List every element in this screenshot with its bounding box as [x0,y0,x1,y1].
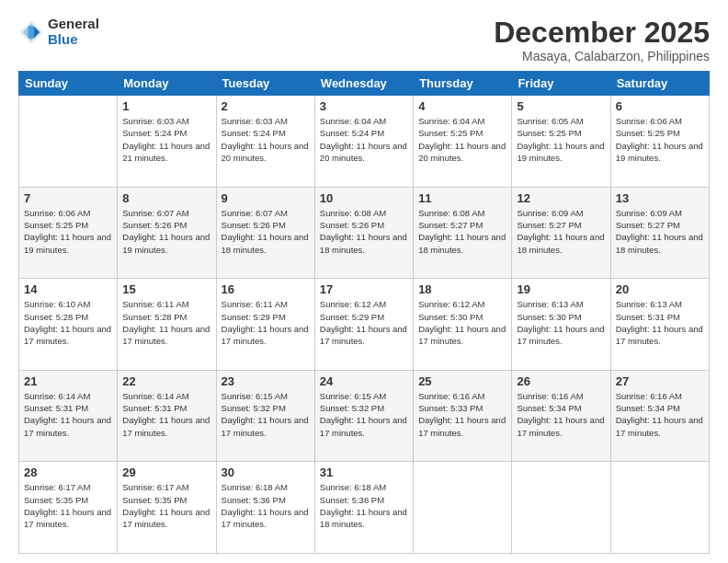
calendar-day-cell: 21Sunrise: 6:14 AM Sunset: 5:31 PM Dayli… [19,370,118,462]
day-number: 7 [24,191,112,205]
day-info: Sunrise: 6:08 AM Sunset: 5:26 PM Dayligh… [320,207,408,256]
calendar-day-cell: 29Sunrise: 6:17 AM Sunset: 5:35 PM Dayli… [118,462,216,554]
day-number: 12 [517,191,605,205]
day-number: 21 [24,374,112,388]
calendar-day-cell [512,462,610,554]
main-title: December 2025 [494,17,710,49]
day-number: 20 [616,282,704,296]
calendar-day-cell: 6Sunrise: 6:06 AM Sunset: 5:25 PM Daylig… [610,96,709,188]
day-info: Sunrise: 6:14 AM Sunset: 5:31 PM Dayligh… [24,390,112,439]
day-info: Sunrise: 6:16 AM Sunset: 5:34 PM Dayligh… [616,390,704,439]
day-info: Sunrise: 6:18 AM Sunset: 5:36 PM Dayligh… [222,481,310,530]
day-info: Sunrise: 6:06 AM Sunset: 5:25 PM Dayligh… [24,207,112,256]
day-info: Sunrise: 6:10 AM Sunset: 5:28 PM Dayligh… [24,298,112,347]
day-info: Sunrise: 6:03 AM Sunset: 5:24 PM Dayligh… [122,115,210,164]
day-info: Sunrise: 6:14 AM Sunset: 5:31 PM Dayligh… [122,390,210,439]
day-info: Sunrise: 6:15 AM Sunset: 5:32 PM Dayligh… [320,390,408,439]
calendar-day-cell: 31Sunrise: 6:18 AM Sunset: 5:36 PM Dayli… [314,462,413,554]
day-number: 5 [517,99,605,113]
day-number: 4 [418,99,506,113]
calendar-day-cell: 13Sunrise: 6:09 AM Sunset: 5:27 PM Dayli… [610,187,709,279]
day-number: 28 [24,465,112,479]
logo-general-label: General [48,17,99,32]
day-info: Sunrise: 6:07 AM Sunset: 5:26 PM Dayligh… [122,207,210,256]
day-info: Sunrise: 6:12 AM Sunset: 5:30 PM Dayligh… [418,298,506,347]
calendar-day-cell: 7Sunrise: 6:06 AM Sunset: 5:25 PM Daylig… [19,187,118,279]
day-number: 16 [222,282,310,296]
calendar-day-cell: 5Sunrise: 6:05 AM Sunset: 5:25 PM Daylig… [512,96,610,188]
day-info: Sunrise: 6:18 AM Sunset: 5:36 PM Dayligh… [320,481,408,530]
day-info: Sunrise: 6:09 AM Sunset: 5:27 PM Dayligh… [517,207,605,256]
header: General Blue December 2025 Masaya, Calab… [18,17,710,63]
calendar-header-cell: Tuesday [216,72,314,96]
calendar-header-cell: Friday [512,72,610,96]
calendar-day-cell: 22Sunrise: 6:14 AM Sunset: 5:31 PM Dayli… [118,370,216,462]
day-number: 13 [616,191,704,205]
logo-blue-label: Blue [48,32,99,48]
day-number: 9 [222,191,310,205]
day-info: Sunrise: 6:13 AM Sunset: 5:30 PM Dayligh… [517,298,605,347]
calendar-day-cell: 9Sunrise: 6:07 AM Sunset: 5:26 PM Daylig… [216,187,314,279]
day-info: Sunrise: 6:11 AM Sunset: 5:29 PM Dayligh… [222,298,310,347]
day-number: 27 [616,374,704,388]
day-number: 19 [517,282,605,296]
calendar-week-row: 21Sunrise: 6:14 AM Sunset: 5:31 PM Dayli… [19,370,710,462]
day-number: 1 [122,99,210,113]
day-info: Sunrise: 6:04 AM Sunset: 5:24 PM Dayligh… [320,115,408,164]
calendar-day-cell: 19Sunrise: 6:13 AM Sunset: 5:30 PM Dayli… [512,279,610,371]
logo: General Blue [18,17,99,47]
calendar-header-cell: Saturday [610,72,709,96]
title-block: December 2025 Masaya, Calabarzon, Philip… [494,17,710,63]
calendar-day-cell: 15Sunrise: 6:11 AM Sunset: 5:28 PM Dayli… [118,279,216,371]
calendar-day-cell [610,462,709,554]
calendar-day-cell: 16Sunrise: 6:11 AM Sunset: 5:29 PM Dayli… [216,279,314,371]
calendar-header-cell: Sunday [19,72,118,96]
calendar-week-row: 28Sunrise: 6:17 AM Sunset: 5:35 PM Dayli… [19,462,710,554]
day-number: 10 [320,191,408,205]
calendar-week-row: 14Sunrise: 6:10 AM Sunset: 5:28 PM Dayli… [19,279,710,371]
day-info: Sunrise: 6:04 AM Sunset: 5:25 PM Dayligh… [418,115,506,164]
calendar-day-cell: 12Sunrise: 6:09 AM Sunset: 5:27 PM Dayli… [512,187,610,279]
day-number: 6 [616,99,704,113]
calendar-day-cell: 17Sunrise: 6:12 AM Sunset: 5:29 PM Dayli… [314,279,413,371]
calendar-day-cell: 18Sunrise: 6:12 AM Sunset: 5:30 PM Dayli… [414,279,512,371]
calendar-day-cell: 23Sunrise: 6:15 AM Sunset: 5:32 PM Dayli… [216,370,314,462]
day-info: Sunrise: 6:13 AM Sunset: 5:31 PM Dayligh… [616,298,704,347]
calendar-day-cell: 30Sunrise: 6:18 AM Sunset: 5:36 PM Dayli… [216,462,314,554]
calendar-day-cell: 26Sunrise: 6:16 AM Sunset: 5:34 PM Dayli… [512,370,610,462]
day-number: 3 [320,99,408,113]
calendar-table: SundayMondayTuesdayWednesdayThursdayFrid… [18,71,710,554]
day-number: 15 [122,282,210,296]
calendar-day-cell: 10Sunrise: 6:08 AM Sunset: 5:26 PM Dayli… [314,187,413,279]
day-info: Sunrise: 6:17 AM Sunset: 5:35 PM Dayligh… [24,481,112,530]
calendar-day-cell: 27Sunrise: 6:16 AM Sunset: 5:34 PM Dayli… [610,370,709,462]
day-info: Sunrise: 6:12 AM Sunset: 5:29 PM Dayligh… [320,298,408,347]
day-info: Sunrise: 6:16 AM Sunset: 5:34 PM Dayligh… [517,390,605,439]
calendar-week-row: 7Sunrise: 6:06 AM Sunset: 5:25 PM Daylig… [19,187,710,279]
subtitle: Masaya, Calabarzon, Philippines [494,49,710,63]
calendar-day-cell: 4Sunrise: 6:04 AM Sunset: 5:25 PM Daylig… [414,96,512,188]
day-info: Sunrise: 6:06 AM Sunset: 5:25 PM Dayligh… [616,115,704,164]
day-info: Sunrise: 6:08 AM Sunset: 5:27 PM Dayligh… [418,207,506,256]
day-info: Sunrise: 6:16 AM Sunset: 5:33 PM Dayligh… [418,390,506,439]
calendar-day-cell: 24Sunrise: 6:15 AM Sunset: 5:32 PM Dayli… [314,370,413,462]
day-info: Sunrise: 6:09 AM Sunset: 5:27 PM Dayligh… [616,207,704,256]
svg-marker-3 [28,26,34,37]
day-number: 30 [222,465,310,479]
calendar-header-cell: Wednesday [314,72,413,96]
calendar-day-cell: 8Sunrise: 6:07 AM Sunset: 5:26 PM Daylig… [118,187,216,279]
day-info: Sunrise: 6:03 AM Sunset: 5:24 PM Dayligh… [222,115,310,164]
calendar-day-cell: 11Sunrise: 6:08 AM Sunset: 5:27 PM Dayli… [414,187,512,279]
calendar-day-cell: 28Sunrise: 6:17 AM Sunset: 5:35 PM Dayli… [19,462,118,554]
calendar-day-cell: 25Sunrise: 6:16 AM Sunset: 5:33 PM Dayli… [414,370,512,462]
day-number: 11 [418,191,506,205]
day-number: 25 [418,374,506,388]
day-info: Sunrise: 6:15 AM Sunset: 5:32 PM Dayligh… [222,390,310,439]
calendar-day-cell: 14Sunrise: 6:10 AM Sunset: 5:28 PM Dayli… [19,279,118,371]
day-number: 14 [24,282,112,296]
day-info: Sunrise: 6:05 AM Sunset: 5:25 PM Dayligh… [517,115,605,164]
calendar-day-cell [19,96,118,188]
calendar-week-row: 1Sunrise: 6:03 AM Sunset: 5:24 PM Daylig… [19,96,710,188]
calendar-day-cell: 2Sunrise: 6:03 AM Sunset: 5:24 PM Daylig… [216,96,314,188]
day-number: 17 [320,282,408,296]
